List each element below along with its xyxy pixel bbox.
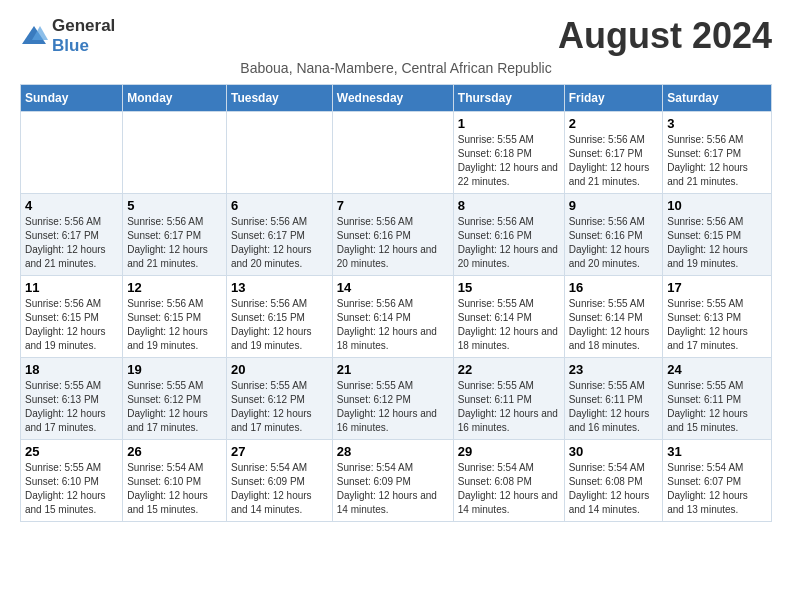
day-number: 13 [231, 280, 328, 295]
day-number: 2 [569, 116, 659, 131]
day-cell: 25Sunrise: 5:55 AM Sunset: 6:10 PM Dayli… [21, 440, 123, 522]
day-number: 28 [337, 444, 449, 459]
day-info: Sunrise: 5:55 AM Sunset: 6:14 PM Dayligh… [458, 297, 560, 353]
day-cell: 27Sunrise: 5:54 AM Sunset: 6:09 PM Dayli… [227, 440, 333, 522]
day-cell: 22Sunrise: 5:55 AM Sunset: 6:11 PM Dayli… [453, 358, 564, 440]
day-info: Sunrise: 5:55 AM Sunset: 6:11 PM Dayligh… [569, 379, 659, 435]
day-cell: 7Sunrise: 5:56 AM Sunset: 6:16 PM Daylig… [332, 194, 453, 276]
header-friday: Friday [564, 85, 663, 112]
day-cell [123, 112, 227, 194]
day-cell: 13Sunrise: 5:56 AM Sunset: 6:15 PM Dayli… [227, 276, 333, 358]
day-cell: 3Sunrise: 5:56 AM Sunset: 6:17 PM Daylig… [663, 112, 772, 194]
calendar-table: SundayMondayTuesdayWednesdayThursdayFrid… [20, 84, 772, 522]
day-number: 17 [667, 280, 767, 295]
day-number: 11 [25, 280, 118, 295]
day-info: Sunrise: 5:56 AM Sunset: 6:15 PM Dayligh… [667, 215, 767, 271]
day-cell: 24Sunrise: 5:55 AM Sunset: 6:11 PM Dayli… [663, 358, 772, 440]
day-number: 3 [667, 116, 767, 131]
day-cell [21, 112, 123, 194]
day-number: 21 [337, 362, 449, 377]
day-cell: 11Sunrise: 5:56 AM Sunset: 6:15 PM Dayli… [21, 276, 123, 358]
day-cell: 2Sunrise: 5:56 AM Sunset: 6:17 PM Daylig… [564, 112, 663, 194]
day-cell [227, 112, 333, 194]
day-info: Sunrise: 5:56 AM Sunset: 6:17 PM Dayligh… [231, 215, 328, 271]
day-number: 8 [458, 198, 560, 213]
day-cell: 9Sunrise: 5:56 AM Sunset: 6:16 PM Daylig… [564, 194, 663, 276]
day-info: Sunrise: 5:55 AM Sunset: 6:12 PM Dayligh… [231, 379, 328, 435]
day-cell: 20Sunrise: 5:55 AM Sunset: 6:12 PM Dayli… [227, 358, 333, 440]
day-cell: 5Sunrise: 5:56 AM Sunset: 6:17 PM Daylig… [123, 194, 227, 276]
day-number: 6 [231, 198, 328, 213]
day-info: Sunrise: 5:55 AM Sunset: 6:18 PM Dayligh… [458, 133, 560, 189]
day-number: 22 [458, 362, 560, 377]
day-number: 15 [458, 280, 560, 295]
title-area: August 2024 [558, 16, 772, 56]
day-info: Sunrise: 5:54 AM Sunset: 6:10 PM Dayligh… [127, 461, 222, 517]
day-number: 7 [337, 198, 449, 213]
main-title: August 2024 [558, 16, 772, 56]
day-number: 24 [667, 362, 767, 377]
subtitle: Baboua, Nana-Mambere, Central African Re… [20, 60, 772, 76]
day-info: Sunrise: 5:56 AM Sunset: 6:15 PM Dayligh… [25, 297, 118, 353]
day-cell: 12Sunrise: 5:56 AM Sunset: 6:15 PM Dayli… [123, 276, 227, 358]
day-number: 30 [569, 444, 659, 459]
day-number: 12 [127, 280, 222, 295]
day-number: 25 [25, 444, 118, 459]
day-info: Sunrise: 5:56 AM Sunset: 6:16 PM Dayligh… [458, 215, 560, 271]
day-info: Sunrise: 5:55 AM Sunset: 6:10 PM Dayligh… [25, 461, 118, 517]
header-monday: Monday [123, 85, 227, 112]
day-cell: 29Sunrise: 5:54 AM Sunset: 6:08 PM Dayli… [453, 440, 564, 522]
day-number: 16 [569, 280, 659, 295]
day-cell: 10Sunrise: 5:56 AM Sunset: 6:15 PM Dayli… [663, 194, 772, 276]
day-cell: 4Sunrise: 5:56 AM Sunset: 6:17 PM Daylig… [21, 194, 123, 276]
logo-icon [20, 24, 48, 48]
day-info: Sunrise: 5:55 AM Sunset: 6:12 PM Dayligh… [127, 379, 222, 435]
day-info: Sunrise: 5:54 AM Sunset: 6:09 PM Dayligh… [337, 461, 449, 517]
day-info: Sunrise: 5:55 AM Sunset: 6:13 PM Dayligh… [667, 297, 767, 353]
day-info: Sunrise: 5:55 AM Sunset: 6:14 PM Dayligh… [569, 297, 659, 353]
day-cell [332, 112, 453, 194]
day-number: 9 [569, 198, 659, 213]
header-sunday: Sunday [21, 85, 123, 112]
calendar-header: SundayMondayTuesdayWednesdayThursdayFrid… [21, 85, 772, 112]
header: General Blue August 2024 [20, 16, 772, 56]
day-number: 10 [667, 198, 767, 213]
day-cell: 15Sunrise: 5:55 AM Sunset: 6:14 PM Dayli… [453, 276, 564, 358]
day-info: Sunrise: 5:54 AM Sunset: 6:09 PM Dayligh… [231, 461, 328, 517]
day-number: 18 [25, 362, 118, 377]
day-info: Sunrise: 5:56 AM Sunset: 6:15 PM Dayligh… [231, 297, 328, 353]
day-cell: 30Sunrise: 5:54 AM Sunset: 6:08 PM Dayli… [564, 440, 663, 522]
week-row-1: 1Sunrise: 5:55 AM Sunset: 6:18 PM Daylig… [21, 112, 772, 194]
day-number: 26 [127, 444, 222, 459]
day-info: Sunrise: 5:55 AM Sunset: 6:11 PM Dayligh… [667, 379, 767, 435]
day-info: Sunrise: 5:56 AM Sunset: 6:17 PM Dayligh… [667, 133, 767, 189]
day-number: 31 [667, 444, 767, 459]
day-cell: 1Sunrise: 5:55 AM Sunset: 6:18 PM Daylig… [453, 112, 564, 194]
day-cell: 6Sunrise: 5:56 AM Sunset: 6:17 PM Daylig… [227, 194, 333, 276]
day-number: 14 [337, 280, 449, 295]
day-number: 19 [127, 362, 222, 377]
day-number: 5 [127, 198, 222, 213]
day-cell: 16Sunrise: 5:55 AM Sunset: 6:14 PM Dayli… [564, 276, 663, 358]
day-number: 27 [231, 444, 328, 459]
day-info: Sunrise: 5:54 AM Sunset: 6:08 PM Dayligh… [458, 461, 560, 517]
logo: General Blue [20, 16, 115, 56]
day-cell: 19Sunrise: 5:55 AM Sunset: 6:12 PM Dayli… [123, 358, 227, 440]
week-row-4: 18Sunrise: 5:55 AM Sunset: 6:13 PM Dayli… [21, 358, 772, 440]
header-row: SundayMondayTuesdayWednesdayThursdayFrid… [21, 85, 772, 112]
day-cell: 26Sunrise: 5:54 AM Sunset: 6:10 PM Dayli… [123, 440, 227, 522]
day-info: Sunrise: 5:56 AM Sunset: 6:16 PM Dayligh… [337, 215, 449, 271]
day-cell: 14Sunrise: 5:56 AM Sunset: 6:14 PM Dayli… [332, 276, 453, 358]
day-info: Sunrise: 5:56 AM Sunset: 6:17 PM Dayligh… [569, 133, 659, 189]
day-cell: 8Sunrise: 5:56 AM Sunset: 6:16 PM Daylig… [453, 194, 564, 276]
day-cell: 31Sunrise: 5:54 AM Sunset: 6:07 PM Dayli… [663, 440, 772, 522]
day-info: Sunrise: 5:54 AM Sunset: 6:07 PM Dayligh… [667, 461, 767, 517]
day-info: Sunrise: 5:56 AM Sunset: 6:17 PM Dayligh… [25, 215, 118, 271]
day-info: Sunrise: 5:55 AM Sunset: 6:11 PM Dayligh… [458, 379, 560, 435]
day-number: 20 [231, 362, 328, 377]
header-saturday: Saturday [663, 85, 772, 112]
day-info: Sunrise: 5:56 AM Sunset: 6:17 PM Dayligh… [127, 215, 222, 271]
day-info: Sunrise: 5:55 AM Sunset: 6:13 PM Dayligh… [25, 379, 118, 435]
day-cell: 17Sunrise: 5:55 AM Sunset: 6:13 PM Dayli… [663, 276, 772, 358]
day-number: 23 [569, 362, 659, 377]
